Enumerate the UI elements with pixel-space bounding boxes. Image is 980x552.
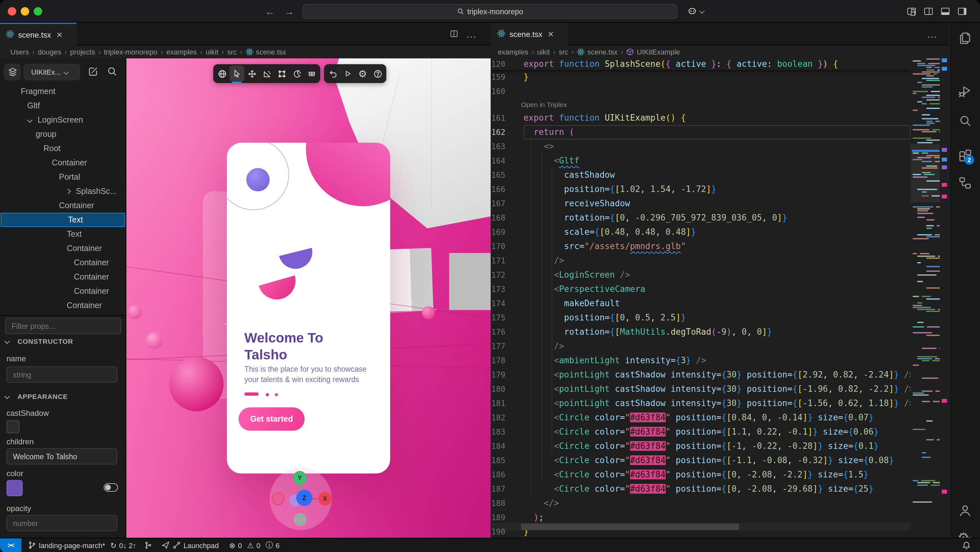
zoom-window-button[interactable]: [34, 7, 42, 16]
prop-opacity-input[interactable]: [6, 515, 117, 531]
code-editor[interactable]: 159}160Open in Triplex161export function…: [491, 58, 911, 538]
code-line-168[interactable]: 168 rotation={[0, -0.296_705_972_839_036…: [491, 211, 911, 225]
codelens-open-in-triplex[interactable]: Open in Triplex: [521, 99, 567, 111]
close-icon[interactable]: ✕: [547, 30, 554, 38]
tab-scene-tsx-right[interactable]: scene.tsx ✕: [491, 23, 568, 45]
viewport-3d[interactable]: Welcome To Talsho This is the place for …: [126, 58, 491, 538]
code-line-160[interactable]: 160: [491, 85, 911, 99]
toggle-secondary-sidebar-button[interactable]: [958, 8, 966, 15]
breadcrumb-item[interactable]: examples: [498, 48, 528, 56]
breadcrumb-item[interactable]: uikit: [537, 48, 550, 56]
breadcrumb-item[interactable]: scene.tsx: [577, 48, 618, 56]
code-line-177[interactable]: 177 />: [491, 339, 911, 354]
code-line-176[interactable]: 176 rotation={[MathUtils.degToRad(-9), 0…: [491, 325, 911, 339]
toggle-panel-button[interactable]: [941, 8, 950, 15]
minimize-window-button[interactable]: [21, 7, 29, 16]
breadcrumb-item[interactable]: uikit: [206, 48, 218, 56]
explorer-icon[interactable]: [957, 30, 973, 46]
environment-moon-button[interactable]: [289, 65, 304, 82]
code-line-185[interactable]: 185 <Circle color="#d63f84" position={[-…: [491, 453, 911, 467]
launchpad-item[interactable]: Launchpad: [161, 541, 219, 549]
gizmo-x-handle[interactable]: X: [318, 492, 332, 505]
sticky-scroll-line[interactable]: 120export function SplashScene({ active …: [491, 58, 911, 70]
minimap[interactable]: [911, 58, 940, 538]
breadcrumb-item[interactable]: Users: [10, 48, 29, 56]
code-line-182[interactable]: 182 <Circle color="#d63f84" position={[0…: [491, 411, 911, 425]
minimap-slider[interactable]: [911, 144, 940, 203]
code-line-186[interactable]: 186 <Circle color="#d63f84" position={[0…: [491, 467, 911, 482]
search-icon[interactable]: [957, 113, 973, 128]
account-menu[interactable]: [687, 6, 708, 16]
code-line-175[interactable]: 175 position={[0, 0.5, 2.5]}: [491, 311, 911, 325]
extensions-icon[interactable]: 2: [957, 148, 973, 163]
run-debug-icon[interactable]: [957, 84, 973, 99]
gizmo-z-handle[interactable]: Z: [296, 490, 312, 506]
breadcrumb-item[interactable]: src: [227, 48, 237, 56]
tree-item-text[interactable]: Text: [67, 227, 82, 241]
tree-item-fragment[interactable]: Fragment: [21, 85, 56, 99]
breadcrumb-item[interactable]: src: [559, 48, 568, 56]
code-line-163[interactable]: 163 <>: [491, 139, 911, 154]
close-window-button[interactable]: [8, 7, 16, 16]
search-scene-button[interactable]: [107, 66, 117, 79]
component-selector[interactable]: UIKitEx...: [23, 64, 80, 80]
split-editor-icon[interactable]: [450, 28, 458, 40]
edit-component-button[interactable]: [88, 66, 99, 79]
transform-tool-button[interactable]: [274, 65, 289, 82]
undo-button[interactable]: [325, 65, 340, 82]
horizontal-scrollbar[interactable]: [491, 523, 911, 531]
settings-gear-button[interactable]: ⚙: [355, 65, 370, 82]
code-line-188[interactable]: 188 </>: [491, 496, 911, 511]
tree-item-container[interactable]: Container: [74, 270, 109, 284]
breadcrumb-item[interactable]: examples: [166, 48, 197, 56]
accounts-icon[interactable]: [957, 503, 973, 518]
forward-button[interactable]: →: [285, 0, 294, 23]
play-button[interactable]: [340, 65, 355, 82]
tree-item-gltf[interactable]: Gltf: [27, 99, 40, 113]
tree-item-root[interactable]: Root: [43, 141, 60, 156]
hierarchy-icon[interactable]: [957, 175, 973, 191]
code-line-164[interactable]: 164 <Gltf: [491, 154, 911, 168]
code-line-178[interactable]: 178 <ambientLight intensity={3} />: [491, 354, 911, 368]
move-tool-button[interactable]: [244, 65, 259, 82]
color-toggle-icon[interactable]: [104, 483, 118, 492]
more-actions-icon[interactable]: …: [466, 28, 476, 40]
code-line-179[interactable]: 179 <pointLight castShadow intensity={30…: [491, 368, 911, 382]
breadcrumb-item[interactable]: triplex-monorepo: [104, 48, 158, 56]
customize-layout-button[interactable]: [907, 8, 916, 15]
git-branch-item[interactable]: landing-page-march*: [28, 541, 105, 549]
back-button[interactable]: ←: [265, 0, 275, 23]
problems-item[interactable]: ⊗0 ⚠0 ⓘ6: [229, 540, 280, 550]
prop-children-input[interactable]: [6, 448, 117, 464]
code-line-174[interactable]: 174 makeDefault: [491, 297, 911, 311]
breadcrumb-right[interactable]: examples›uikit›src›scene.tsx›UIKitExampl…: [498, 45, 913, 58]
scrollbar-slider[interactable]: [521, 523, 739, 530]
tree-item-splashsc[interactable]: SplashSc...: [66, 184, 117, 198]
git-sync-item[interactable]: ↻ 0↓ 2↑: [110, 541, 136, 550]
code-line-171[interactable]: 171 />: [491, 254, 911, 268]
code-line-162[interactable]: 162 return (: [491, 125, 911, 139]
breadcrumb-item[interactable]: UIKitExample: [627, 48, 680, 56]
castshadow-checkbox[interactable]: [6, 420, 19, 433]
filter-props-input[interactable]: [5, 318, 121, 334]
code-line-166[interactable]: 166 position={[1.02, 1.54, -1.72]}: [491, 182, 911, 196]
section-appearance[interactable]: APPEARANCE: [5, 392, 68, 400]
camera-frustum-button[interactable]: [304, 65, 319, 82]
code-line-167[interactable]: 167 receiveShadow: [491, 196, 911, 211]
code-line-184[interactable]: 184 <Circle color="#d63f84" position={[-…: [491, 439, 911, 453]
code-line-187[interactable]: 187 <Circle color="#d63f84" position={[0…: [491, 482, 911, 496]
remote-indicator[interactable]: ><: [0, 538, 21, 552]
gizmo-y-handle[interactable]: Y: [293, 471, 307, 485]
section-constructor[interactable]: CONSTRUCTOR: [5, 337, 73, 345]
breadcrumb-left[interactable]: Users›douges›projects›triplex-monorepo›e…: [10, 45, 484, 58]
ruler-tool-button[interactable]: [259, 65, 274, 82]
split-editor-layout-button[interactable]: [924, 8, 933, 15]
breadcrumb-item[interactable]: scene.tsx: [246, 48, 286, 56]
breadcrumb-item[interactable]: projects: [70, 48, 95, 56]
globe-mode-button[interactable]: [215, 65, 229, 82]
layers-button[interactable]: [4, 64, 21, 80]
breadcrumb-item[interactable]: douges: [38, 48, 61, 56]
tree-item-container[interactable]: Container: [74, 255, 109, 270]
prop-name-input[interactable]: [6, 367, 117, 383]
code-line-170[interactable]: 170 src="/assets/pmndrs.glb": [491, 239, 911, 254]
